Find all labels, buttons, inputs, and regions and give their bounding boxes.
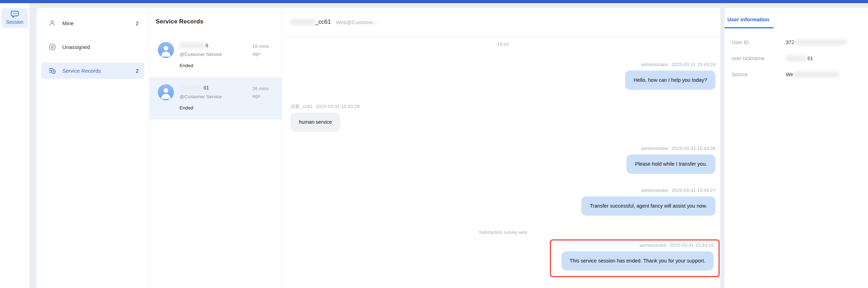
- chat-time-divider: 15:43: [290, 42, 715, 47]
- transfer-arrows-icon: [48, 43, 56, 51]
- redacted-text: [786, 56, 807, 61]
- record-name: 61: [180, 84, 252, 91]
- redacted-text: [794, 39, 847, 45]
- avatar: [158, 84, 174, 100]
- info-value: 372: [786, 39, 847, 45]
- chat-message-list[interactable]: 15:43 administrator2025-03-31 15:43:24 H…: [282, 37, 720, 288]
- info-label: Source: [732, 72, 786, 77]
- message-bubble: This service session has ended. Thank yo…: [561, 251, 714, 271]
- rail-item-session[interactable]: Session: [1, 8, 28, 28]
- nav-item-service-records[interactable]: Service Records 2: [41, 62, 144, 79]
- message-meta: administrator2025-03-31 15:53:16: [639, 243, 714, 248]
- system-notice: Satisfaction survey sent: [290, 230, 715, 235]
- chat-panel: _cc61 Web@Custome… 15:43 administrator20…: [282, 8, 720, 288]
- list-clock-icon: [48, 67, 56, 74]
- message-time: 2025-03-31 15:43:24: [672, 62, 715, 67]
- message-author: 访客_cc61: [290, 104, 313, 109]
- chat-bubble-icon: [10, 10, 19, 18]
- session-nav: Mine 2 Unassigned Service: [36, 8, 149, 288]
- message-meta: administrator2025-03-31 15:43:27: [641, 188, 715, 193]
- nav-item-unassigned[interactable]: Unassigned: [41, 38, 144, 55]
- service-records-panel: Service Records 6 @Customer Service Ende…: [149, 8, 282, 288]
- nav-item-count: 2: [136, 68, 139, 74]
- chat-message: administrator2025-03-31 15:43:26 Please …: [290, 146, 715, 174]
- redacted-text: [793, 72, 839, 77]
- nav-item-label: Service Records: [62, 68, 101, 74]
- message-author: administrator: [641, 62, 668, 67]
- message-meta: administrator2025-03-31 15:43:24: [641, 62, 715, 67]
- info-label: user nickname: [732, 56, 786, 61]
- record-status: Ended: [180, 63, 252, 69]
- chat-channel: Web@Custome…: [336, 19, 378, 25]
- message-time: 2025-03-31 15:43:27: [672, 188, 715, 193]
- user-info-row: User ID 372: [724, 39, 868, 45]
- redacted-text: [180, 43, 205, 48]
- chat-message: administrator2025-03-31 15:43:24 Hello, …: [290, 62, 715, 90]
- message-meta: 访客_cc612025-03-31 15:43:26: [290, 104, 359, 109]
- info-value: 61: [786, 56, 813, 61]
- record-subtitle: @Customer Service: [180, 94, 252, 100]
- user-info-rows: User ID 372 user nickname 61 Source We: [724, 39, 868, 77]
- record-item[interactable]: 6 @Customer Service Ended 16 mins ago: [149, 35, 282, 77]
- message-time: 2025-03-31 15:53:16: [670, 243, 714, 248]
- message-author: administrator: [641, 188, 668, 193]
- record-subtitle: @Customer Service: [180, 51, 252, 58]
- redacted-text: [290, 19, 315, 25]
- record-name: 6: [180, 42, 252, 49]
- nav-item-count: 2: [136, 20, 139, 26]
- workspace-card: Mine 2 Unassigned Service: [36, 8, 720, 288]
- user-information-panel: User information User ID 372 user nickna…: [724, 8, 868, 288]
- message-time: 2025-03-31 15:43:26: [672, 146, 715, 151]
- user-info-row: Source We: [724, 72, 868, 77]
- message-bubble: human service: [290, 113, 340, 132]
- rail-item-session-label: Session: [1, 19, 28, 25]
- info-value: We: [786, 72, 839, 77]
- nav-item-mine[interactable]: Mine 2: [41, 15, 144, 31]
- person-icon: [48, 19, 56, 27]
- message-bubble: Transfer successful, agent fancy will as…: [581, 196, 715, 216]
- user-info-row: user nickname 61: [724, 56, 868, 61]
- message-bubble: Please hold while I transfer you.: [626, 154, 715, 174]
- nav-item-label: Unassigned: [62, 44, 90, 50]
- top-accent-bar: [0, 0, 868, 3]
- record-status: Ended: [180, 105, 252, 111]
- chat-visitor-name: _cc61: [315, 19, 331, 26]
- panel-title: Service Records: [149, 8, 282, 35]
- nav-item-label: Mine: [62, 20, 74, 26]
- record-item-main: 6 @Customer Service Ended: [180, 42, 252, 69]
- redacted-text: [180, 85, 203, 91]
- chat-header: _cc61 Web@Custome…: [282, 8, 720, 37]
- left-rail: Session: [0, 3, 29, 288]
- record-item-main: 61 @Customer Service Ended: [180, 84, 252, 111]
- message-time: 2025-03-31 15:43:26: [316, 104, 359, 109]
- chat-message: 访客_cc612025-03-31 15:43:26 human service: [290, 104, 715, 132]
- avatar: [158, 42, 174, 58]
- record-time: 16 mins ago: [252, 42, 275, 69]
- chat-message: administrator2025-03-31 15:43:27 Transfe…: [290, 188, 715, 216]
- message-bubble: Hello, how can I help you today?: [625, 71, 715, 90]
- record-item[interactable]: 61 @Customer Service Ended 26 mins ago: [149, 77, 282, 120]
- record-time: 26 mins ago: [252, 84, 275, 111]
- highlighted-message-box: administrator2025-03-31 15:53:16 This se…: [550, 239, 720, 277]
- tab-user-information[interactable]: User information: [724, 15, 774, 28]
- message-meta: administrator2025-03-31 15:43:26: [641, 146, 715, 151]
- message-author: administrator: [639, 243, 667, 248]
- message-author: administrator: [641, 146, 668, 151]
- info-label: User ID: [732, 39, 786, 45]
